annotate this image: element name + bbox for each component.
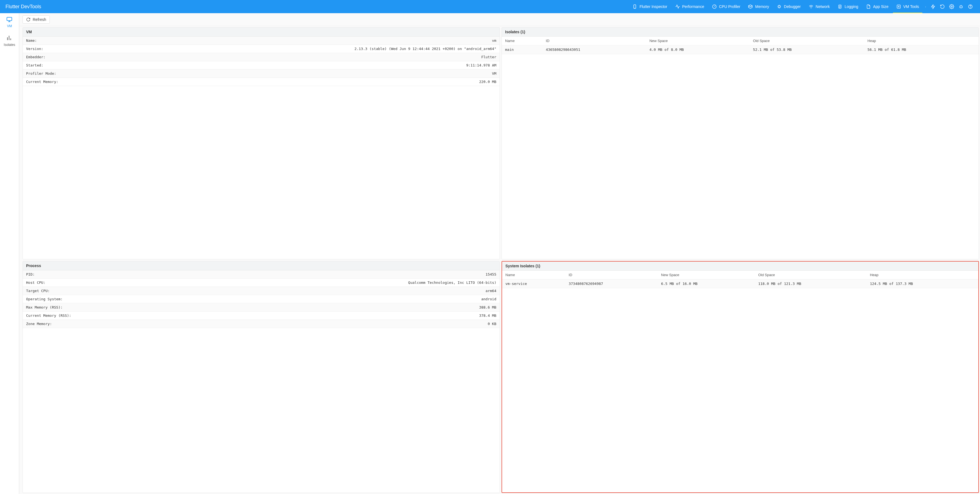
- kv-row: Operating System:android: [23, 295, 500, 303]
- tab-overflow-indicator[interactable]: ·: [923, 0, 928, 13]
- svg-line-10: [780, 7, 781, 8]
- tab-vm-tools[interactable]: VM Tools: [893, 0, 922, 13]
- action-hot-restart[interactable]: [938, 0, 947, 13]
- kv-value: Flutter: [481, 55, 496, 59]
- sidebar-item-label: VM: [7, 24, 12, 28]
- action-settings[interactable]: [948, 0, 956, 13]
- panels-grid: VM Name:vmVersion:2.13.3 (stable) (Wed J…: [19, 26, 980, 494]
- monitor-icon: [6, 16, 13, 23]
- table-cell: 118.0 MB of 121.3 MB: [755, 279, 867, 288]
- table-row[interactable]: vm-service37348087626949876.5 MB of 16.0…: [502, 279, 978, 288]
- action-help[interactable]: [966, 0, 975, 13]
- app-title: Flutter DevTools: [5, 4, 41, 10]
- table-header: Old Space: [755, 271, 867, 279]
- kv-key: Current Memory:: [26, 80, 58, 84]
- panel-title: System Isolates (1): [502, 261, 978, 271]
- panel-title: Isolates (1): [502, 27, 978, 37]
- svg-rect-23: [7, 17, 12, 21]
- sidebar-item-isolates[interactable]: Isolates: [4, 35, 15, 47]
- system-isolates-table: NameIDNew SpaceOld SpaceHeapvm-service37…: [502, 271, 978, 288]
- kv-key: Embedder:: [26, 55, 45, 59]
- svg-point-13: [811, 8, 811, 8]
- tab-memory[interactable]: Memory: [745, 0, 772, 13]
- table-header: Old Space: [750, 37, 864, 45]
- table-cell: 52.1 MB of 53.8 MB: [750, 45, 864, 54]
- svg-point-19: [951, 6, 953, 7]
- dot-icon: ·: [925, 5, 926, 9]
- table-cell: 56.1 MB of 61.8 MB: [864, 45, 978, 54]
- table-cell: main: [502, 45, 542, 54]
- gauge-icon: [712, 4, 717, 9]
- kv-row: Zone Memory:0 KB: [23, 320, 500, 328]
- kv-value: 2.13.3 (stable) (Wed Jun 9 12:44:44 2021…: [354, 47, 496, 51]
- tab-logging[interactable]: Logging: [834, 0, 862, 13]
- topbar: Flutter DevTools Flutter Inspector Perfo…: [0, 0, 980, 13]
- refresh-button[interactable]: Refresh: [22, 15, 50, 24]
- tab-label: Debugger: [784, 5, 801, 9]
- package-icon: [748, 4, 753, 9]
- kv-key: Target CPU:: [26, 289, 50, 293]
- kv-value: vm: [492, 38, 496, 43]
- small-bug-icon: [959, 4, 964, 9]
- action-hot-reload[interactable]: [929, 0, 937, 13]
- vm-panel-body: Name:vmVersion:2.13.3 (stable) (Wed Jun …: [23, 37, 500, 259]
- table-header: Name: [502, 271, 565, 279]
- kv-row: Current Memory (RSS):378.4 MB: [23, 312, 500, 320]
- tab-label: Flutter Inspector: [640, 5, 667, 9]
- kv-row: Current Memory:220.0 MB: [23, 78, 500, 86]
- kv-key: Profiler Mode:: [26, 72, 56, 76]
- help-icon: [968, 4, 973, 9]
- svg-line-11: [780, 5, 781, 6]
- kv-key: Version:: [26, 47, 43, 51]
- isolates-panel-body: NameIDNew SpaceOld SpaceHeapmain43658082…: [502, 37, 978, 259]
- tab-debugger[interactable]: Debugger: [773, 0, 804, 13]
- refresh-label: Refresh: [33, 17, 46, 22]
- process-panel: Process PID:15455Host CPU:Qualcomm Techn…: [22, 261, 500, 493]
- table-header: Heap: [867, 271, 978, 279]
- table-header: ID: [565, 271, 657, 279]
- tab-performance[interactable]: Performance: [672, 0, 708, 13]
- main-content: Refresh VM Name:vmVersion:2.13.3 (stable…: [19, 13, 980, 494]
- tools-icon: [896, 4, 901, 9]
- top-nav: Flutter Inspector Performance CPU Profil…: [629, 0, 975, 13]
- action-report-bug[interactable]: [957, 0, 965, 13]
- kv-value: 9:11:14.978 AM: [466, 63, 496, 67]
- kv-row: Profiler Mode:VM: [23, 70, 500, 78]
- tab-app-size[interactable]: App Size: [863, 0, 892, 13]
- kv-value: 378.4 MB: [479, 314, 496, 318]
- refresh-icon: [26, 17, 30, 22]
- table-cell: 4365808298643051: [542, 45, 646, 54]
- tab-label: Performance: [682, 5, 704, 9]
- restart-icon: [940, 4, 945, 9]
- table-header: Heap: [864, 37, 978, 45]
- sidebar-item-vm[interactable]: VM: [6, 16, 13, 28]
- tab-label: Network: [816, 5, 830, 9]
- isolates-table: NameIDNew SpaceOld SpaceHeapmain43658082…: [502, 37, 978, 54]
- kv-key: Name:: [26, 38, 37, 43]
- system-isolates-panel: System Isolates (1) NameIDNew SpaceOld S…: [501, 261, 979, 493]
- bolt-icon: [931, 4, 935, 9]
- kv-value: 388.6 MB: [479, 305, 496, 309]
- kv-value: 0 KB: [488, 322, 496, 326]
- tab-network[interactable]: Network: [805, 0, 833, 13]
- phone-icon: [632, 4, 637, 9]
- gear-icon: [949, 4, 954, 9]
- kv-value: VM: [492, 72, 496, 76]
- kv-row: Version:2.13.3 (stable) (Wed Jun 9 12:44…: [23, 45, 500, 53]
- wifi-icon: [808, 4, 813, 9]
- kv-value: 15455: [485, 272, 496, 276]
- process-panel-body: PID:15455Host CPU:Qualcomm Technologies,…: [23, 270, 500, 493]
- table-cell: vm-service: [502, 279, 565, 288]
- svg-point-20: [960, 5, 962, 8]
- isolates-panel: Isolates (1) NameIDNew SpaceOld SpaceHea…: [501, 27, 979, 259]
- table-cell: 3734808762694987: [565, 279, 657, 288]
- kv-key: PID:: [26, 272, 35, 276]
- tab-label: Memory: [755, 5, 769, 9]
- tab-flutter-inspector[interactable]: Flutter Inspector: [629, 0, 670, 13]
- file-icon: [866, 4, 871, 9]
- tab-label: App Size: [873, 5, 889, 9]
- table-row[interactable]: main43658082986430514.0 MB of 8.0 MB52.1…: [502, 45, 978, 54]
- table-header: New Space: [646, 37, 749, 45]
- clipboard-icon: [837, 4, 842, 9]
- tab-cpu-profiler[interactable]: CPU Profiler: [709, 0, 744, 13]
